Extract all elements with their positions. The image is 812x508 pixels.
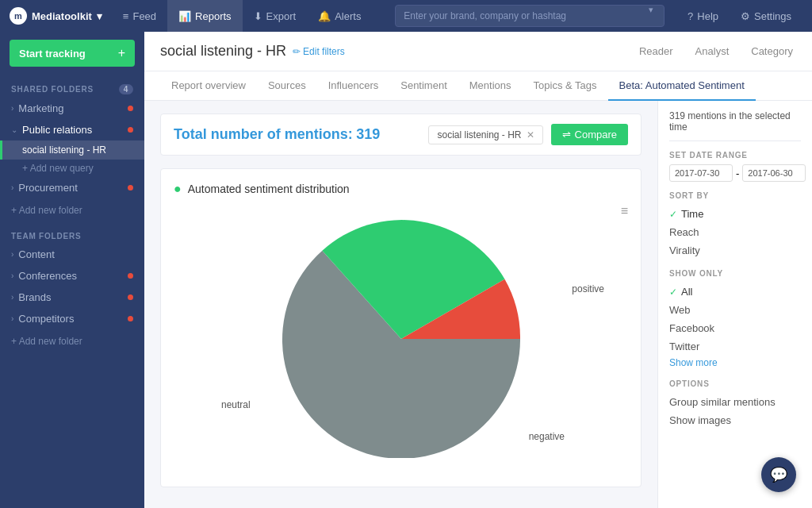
- pencil-icon: ✏: [293, 46, 301, 57]
- export-icon: ⬇: [254, 10, 262, 22]
- search-input[interactable]: [395, 5, 665, 27]
- tab-analyst[interactable]: Analyst: [692, 45, 733, 57]
- brand-chevron: ▾: [97, 10, 102, 22]
- chevron-right-icon-3: ›: [11, 250, 13, 259]
- sidebar-item-competitors[interactable]: › Competitors: [0, 308, 144, 329]
- sidebar: Start tracking + SHARED FOLDERS 4 › Mark…: [0, 32, 144, 508]
- sidebar-item-brands[interactable]: › Brands: [0, 287, 144, 308]
- start-tracking-button[interactable]: Start tracking +: [10, 40, 135, 67]
- procurement-dot: [128, 185, 133, 190]
- page-title: social listening - HR: [160, 43, 286, 60]
- check-icon: ✓: [669, 209, 677, 220]
- subtab-report-overview[interactable]: Report overview: [160, 71, 257, 101]
- chart-icon: ●: [174, 182, 182, 196]
- alerts-icon: 🔔: [318, 10, 331, 22]
- sidebar-subitem-social-listening-hr[interactable]: social listening - HR: [0, 140, 144, 160]
- chart-title: ● Automated sentiment distribution: [174, 182, 628, 196]
- neutral-label: neutral: [221, 399, 251, 410]
- plus-icon: +: [118, 46, 125, 60]
- sidebar-item-content[interactable]: › Content: [0, 244, 144, 265]
- sort-time[interactable]: ✓ Time: [669, 205, 801, 223]
- show-only-twitter[interactable]: Twitter: [669, 337, 801, 356]
- add-new-query-link[interactable]: + Add new query: [0, 160, 144, 177]
- nav-settings[interactable]: ⚙ Settings: [730, 0, 802, 32]
- shared-folders-badge: 4: [119, 84, 133, 94]
- mentions-header: Total number of mentions: 319 social lis…: [160, 114, 642, 156]
- competitors-dot: [128, 316, 133, 321]
- brand-logo[interactable]: m Mediatoolkit ▾: [10, 7, 112, 25]
- subtab-influencers[interactable]: Influencers: [317, 71, 390, 101]
- tab-category[interactable]: Category: [748, 45, 796, 57]
- date-to-input[interactable]: [742, 164, 806, 182]
- chat-button[interactable]: 💬: [761, 457, 796, 492]
- date-from-input[interactable]: [669, 164, 733, 182]
- help-icon: ?: [688, 10, 693, 22]
- sort-reach[interactable]: Reach: [669, 223, 801, 241]
- tab-reader[interactable]: Reader: [636, 45, 676, 57]
- total-mentions: Total number of mentions: 319: [174, 126, 380, 143]
- date-separator: -: [736, 167, 739, 179]
- sidebar-item-marketing[interactable]: › Marketing: [0, 98, 144, 119]
- reports-icon: 📊: [178, 10, 191, 22]
- positive-label: positive: [572, 283, 604, 294]
- show-only-web[interactable]: Web: [669, 301, 801, 319]
- sort-by-label: SORT BY: [669, 191, 801, 200]
- chart-menu-icon[interactable]: ≡: [621, 204, 628, 218]
- sidebar-item-conferences[interactable]: › Conferences: [0, 265, 144, 287]
- subtab-sources[interactable]: Sources: [257, 71, 317, 101]
- option-show-images[interactable]: Show images: [669, 411, 801, 429]
- content-header: social listening - HR ✏ Edit filters Rea…: [144, 32, 812, 71]
- sort-virality[interactable]: Virality: [669, 241, 801, 260]
- main-content: Total number of mentions: 319 social lis…: [144, 101, 812, 508]
- option-group-similar[interactable]: Group similar mentions: [669, 393, 801, 411]
- show-only-label: SHOW ONLY: [669, 269, 801, 278]
- nav-alerts[interactable]: 🔔 Alerts: [307, 0, 372, 32]
- filter-right: social listening - HR ✕ ⇌ Compare: [428, 124, 628, 145]
- logo-icon: m: [10, 7, 27, 25]
- top-nav: m Mediatoolkit ▾ ≡ Feed 📊 Reports ⬇ Expo…: [0, 0, 812, 32]
- subtab-topics-tags[interactable]: Topics & Tags: [523, 71, 608, 101]
- chevron-right-icon-2: ›: [11, 183, 13, 192]
- check-icon-2: ✓: [669, 287, 677, 298]
- chevron-right-icon-6: ›: [11, 314, 13, 323]
- subtab-sentiment[interactable]: Sentiment: [389, 71, 458, 101]
- nav-reports[interactable]: 📊 Reports: [167, 0, 243, 32]
- sidebar-item-public-relations[interactable]: ⌄ Public relations: [0, 119, 144, 140]
- nav-search-container: ▾: [372, 5, 676, 27]
- chevron-down-icon: ⌄: [11, 125, 17, 134]
- compare-button[interactable]: ⇌ Compare: [551, 124, 628, 145]
- search-dropdown-arrow[interactable]: ▾: [649, 5, 653, 27]
- nav-items: ≡ Feed 📊 Reports ⬇ Export 🔔 Alerts: [112, 0, 373, 32]
- content-area: social listening - HR ✏ Edit filters Rea…: [144, 32, 812, 508]
- pie-chart: [282, 220, 520, 458]
- sidebar-item-procurement[interactable]: › Procurement: [0, 177, 144, 198]
- show-more-link[interactable]: Show more: [669, 356, 801, 370]
- chart-section: ● Automated sentiment distribution ≡: [160, 168, 642, 487]
- shared-folders-label: SHARED FOLDERS 4: [0, 75, 144, 98]
- subtab-beta-automated-sentiment[interactable]: Beta: Automated Sentiment: [608, 71, 756, 101]
- filter-close-icon[interactable]: ✕: [527, 129, 534, 140]
- right-panel: 319 mentions in the selected time SET DA…: [657, 101, 812, 508]
- nav-export[interactable]: ⬇ Export: [243, 0, 308, 32]
- compare-icon: ⇌: [562, 129, 571, 140]
- chevron-right-icon: ›: [11, 104, 13, 113]
- date-range: -: [669, 164, 801, 182]
- marketing-dot: [128, 106, 133, 111]
- pr-dot: [128, 127, 133, 133]
- nav-right: ? Help ⚙ Settings: [676, 0, 802, 32]
- subtab-mentions[interactable]: Mentions: [458, 71, 523, 101]
- nav-feed[interactable]: ≡ Feed: [112, 0, 167, 32]
- team-folders-label: TEAM FOLDERS: [0, 222, 144, 244]
- show-only-all[interactable]: ✓ All: [669, 283, 801, 301]
- negative-label: negative: [529, 431, 565, 442]
- conferences-dot: [128, 273, 133, 279]
- nav-help[interactable]: ? Help: [676, 0, 730, 32]
- add-new-team-folder-link[interactable]: + Add new folder: [0, 329, 144, 353]
- center-panel: Total number of mentions: 319 social lis…: [144, 101, 657, 508]
- chevron-right-icon-4: ›: [11, 271, 13, 280]
- show-only-facebook[interactable]: Facebook: [669, 319, 801, 337]
- options-label: OPTIONS: [669, 379, 801, 388]
- sub-tabs: Report overview Sources Influencers Sent…: [144, 71, 812, 101]
- add-new-shared-folder-link[interactable]: + Add new folder: [0, 198, 144, 222]
- edit-filters-link[interactable]: ✏ Edit filters: [293, 46, 345, 57]
